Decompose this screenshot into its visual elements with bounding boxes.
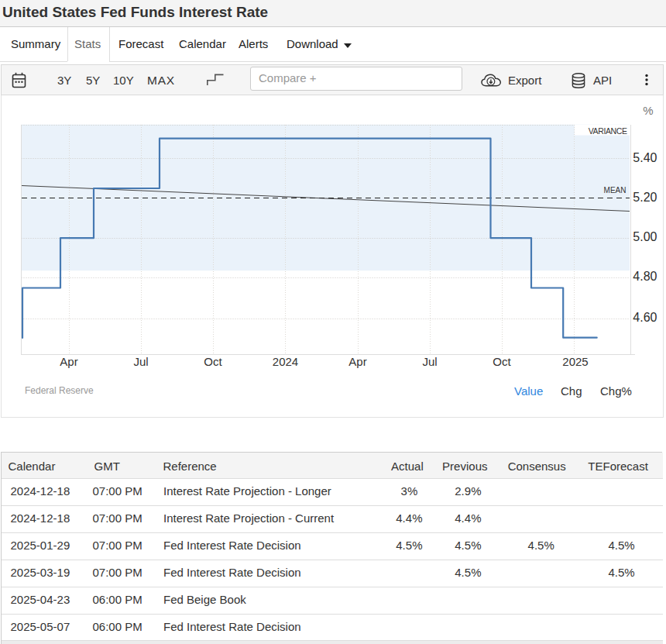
svg-text:4.60: 4.60 xyxy=(633,311,657,324)
svg-text:5.40: 5.40 xyxy=(633,151,657,164)
svg-text:Oct: Oct xyxy=(493,355,511,368)
svg-text:5.20: 5.20 xyxy=(633,191,657,204)
svg-text:5.00: 5.00 xyxy=(633,230,657,243)
svg-text:MEAN: MEAN xyxy=(604,186,627,195)
svg-text:VARIANCE: VARIANCE xyxy=(589,126,627,136)
svg-text:Apr: Apr xyxy=(348,355,366,368)
svg-text:Apr: Apr xyxy=(60,355,77,368)
svg-text:Jul: Jul xyxy=(422,355,437,368)
svg-text:4.80: 4.80 xyxy=(633,270,657,283)
svg-text:%: % xyxy=(643,104,653,117)
svg-text:Jul: Jul xyxy=(133,355,148,368)
svg-text:Oct: Oct xyxy=(204,355,222,368)
svg-text:2024: 2024 xyxy=(273,355,298,368)
svg-text:2025: 2025 xyxy=(562,355,588,368)
